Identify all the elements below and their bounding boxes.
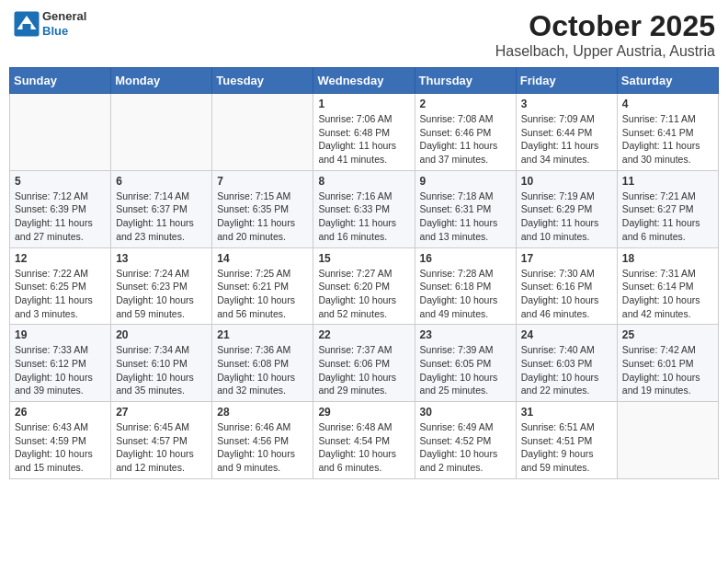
day-number: 20 (116, 328, 207, 341)
day-number: 10 (521, 175, 612, 188)
calendar-cell: 19Sunrise: 7:33 AMSunset: 6:12 PMDayligh… (10, 325, 111, 402)
weekday-header-monday: Monday (111, 68, 212, 94)
cell-content: Sunrise: 7:40 AMSunset: 6:03 PMDaylight:… (521, 343, 612, 397)
calendar-cell: 10Sunrise: 7:19 AMSunset: 6:29 PMDayligh… (516, 170, 617, 247)
cell-content: Sunrise: 7:30 AMSunset: 6:16 PMDaylight:… (521, 267, 612, 321)
calendar-cell: 28Sunrise: 6:46 AMSunset: 4:56 PMDayligh… (212, 402, 313, 479)
calendar-table: SundayMondayTuesdayWednesdayThursdayFrid… (9, 67, 719, 479)
day-number: 22 (318, 328, 409, 341)
calendar-cell (617, 402, 718, 479)
calendar-cell: 14Sunrise: 7:25 AMSunset: 6:21 PMDayligh… (212, 247, 313, 325)
logo: General Blue (13, 9, 86, 38)
day-number: 6 (116, 175, 207, 188)
calendar-cell: 3Sunrise: 7:09 AMSunset: 6:44 PMDaylight… (516, 94, 617, 171)
calendar-week-0: 1Sunrise: 7:06 AMSunset: 6:48 PMDaylight… (10, 94, 719, 171)
title-block: October 2025 Haselbach, Upper Austria, A… (495, 9, 715, 60)
weekday-header-saturday: Saturday (617, 68, 718, 94)
calendar-cell: 23Sunrise: 7:39 AMSunset: 6:05 PMDayligh… (415, 325, 516, 402)
weekday-header-sunday: Sunday (10, 68, 111, 94)
calendar-cell: 27Sunrise: 6:45 AMSunset: 4:57 PMDayligh… (111, 402, 212, 479)
cell-content: Sunrise: 7:42 AMSunset: 6:01 PMDaylight:… (622, 343, 713, 397)
calendar-cell: 22Sunrise: 7:37 AMSunset: 6:06 PMDayligh… (313, 325, 415, 402)
calendar-cell (10, 94, 111, 171)
calendar-cell (111, 94, 212, 171)
calendar-cell: 21Sunrise: 7:36 AMSunset: 6:08 PMDayligh… (212, 325, 313, 402)
cell-content: Sunrise: 7:18 AMSunset: 6:31 PMDaylight:… (420, 190, 511, 244)
cell-content: Sunrise: 7:37 AMSunset: 6:06 PMDaylight:… (318, 343, 409, 397)
weekday-header-tuesday: Tuesday (212, 68, 313, 94)
day-number: 24 (521, 328, 612, 341)
calendar-cell: 13Sunrise: 7:24 AMSunset: 6:23 PMDayligh… (111, 247, 212, 325)
calendar-week-2: 12Sunrise: 7:22 AMSunset: 6:25 PMDayligh… (10, 247, 719, 325)
calendar-cell: 24Sunrise: 7:40 AMSunset: 6:03 PMDayligh… (516, 325, 617, 402)
cell-content: Sunrise: 7:06 AMSunset: 6:48 PMDaylight:… (318, 112, 409, 167)
cell-content: Sunrise: 7:27 AMSunset: 6:20 PMDaylight:… (318, 267, 409, 321)
cell-content: Sunrise: 7:11 AMSunset: 6:41 PMDaylight:… (622, 112, 713, 167)
cell-content: Sunrise: 7:21 AMSunset: 6:27 PMDaylight:… (622, 190, 713, 244)
day-number: 28 (217, 406, 308, 419)
calendar-cell: 2Sunrise: 7:08 AMSunset: 6:46 PMDaylight… (415, 94, 516, 171)
calendar-cell: 15Sunrise: 7:27 AMSunset: 6:20 PMDayligh… (313, 247, 415, 325)
day-number: 5 (15, 175, 106, 188)
cell-content: Sunrise: 6:48 AMSunset: 4:54 PMDaylight:… (318, 420, 409, 475)
weekday-header-friday: Friday (516, 68, 617, 94)
calendar-cell: 30Sunrise: 6:49 AMSunset: 4:52 PMDayligh… (415, 402, 516, 479)
day-number: 15 (318, 252, 409, 265)
day-number: 23 (420, 328, 511, 341)
cell-content: Sunrise: 7:34 AMSunset: 6:10 PMDaylight:… (116, 343, 207, 397)
weekday-header-wednesday: Wednesday (313, 68, 415, 94)
calendar-cell: 1Sunrise: 7:06 AMSunset: 6:48 PMDaylight… (313, 94, 415, 171)
calendar-cell: 9Sunrise: 7:18 AMSunset: 6:31 PMDaylight… (415, 170, 516, 247)
day-number: 30 (420, 406, 511, 419)
day-number: 11 (622, 175, 713, 188)
calendar-week-1: 5Sunrise: 7:12 AMSunset: 6:39 PMDaylight… (10, 170, 719, 247)
day-number: 29 (318, 406, 409, 419)
calendar-cell: 6Sunrise: 7:14 AMSunset: 6:37 PMDaylight… (111, 170, 212, 247)
day-number: 13 (116, 252, 207, 265)
cell-content: Sunrise: 6:43 AMSunset: 4:59 PMDaylight:… (15, 420, 106, 475)
cell-content: Sunrise: 7:12 AMSunset: 6:39 PMDaylight:… (15, 190, 106, 244)
cell-content: Sunrise: 6:45 AMSunset: 4:57 PMDaylight:… (116, 420, 207, 475)
day-number: 1 (318, 98, 409, 110)
day-number: 3 (521, 98, 612, 110)
calendar-cell: 29Sunrise: 6:48 AMSunset: 4:54 PMDayligh… (313, 402, 415, 479)
day-number: 17 (521, 252, 612, 265)
calendar-cell: 7Sunrise: 7:15 AMSunset: 6:35 PMDaylight… (212, 170, 313, 247)
day-number: 9 (420, 175, 511, 188)
cell-content: Sunrise: 7:09 AMSunset: 6:44 PMDaylight:… (521, 112, 612, 167)
cell-content: Sunrise: 7:08 AMSunset: 6:46 PMDaylight:… (420, 112, 511, 167)
day-number: 25 (622, 328, 713, 341)
cell-content: Sunrise: 6:46 AMSunset: 4:56 PMDaylight:… (217, 420, 308, 475)
cell-content: Sunrise: 7:39 AMSunset: 6:05 PMDaylight:… (420, 343, 511, 397)
calendar-cell: 18Sunrise: 7:31 AMSunset: 6:14 PMDayligh… (617, 247, 718, 325)
day-number: 18 (622, 252, 713, 265)
cell-content: Sunrise: 6:49 AMSunset: 4:52 PMDaylight:… (420, 420, 511, 475)
cell-content: Sunrise: 7:22 AMSunset: 6:25 PMDaylight:… (15, 267, 106, 321)
cell-content: Sunrise: 7:19 AMSunset: 6:29 PMDaylight:… (521, 190, 612, 244)
calendar-cell: 11Sunrise: 7:21 AMSunset: 6:27 PMDayligh… (617, 170, 718, 247)
cell-content: Sunrise: 7:33 AMSunset: 6:12 PMDaylight:… (15, 343, 106, 397)
calendar-cell: 16Sunrise: 7:28 AMSunset: 6:18 PMDayligh… (415, 247, 516, 325)
calendar-week-4: 26Sunrise: 6:43 AMSunset: 4:59 PMDayligh… (10, 402, 719, 479)
weekday-header-thursday: Thursday (415, 68, 516, 94)
day-number: 8 (318, 175, 409, 188)
day-number: 2 (420, 98, 511, 110)
logo-text: General Blue (42, 9, 86, 38)
calendar-cell: 20Sunrise: 7:34 AMSunset: 6:10 PMDayligh… (111, 325, 212, 402)
calendar-cell: 8Sunrise: 7:16 AMSunset: 6:33 PMDaylight… (313, 170, 415, 247)
calendar-cell: 4Sunrise: 7:11 AMSunset: 6:41 PMDaylight… (617, 94, 718, 171)
logo-icon (13, 10, 40, 38)
cell-content: Sunrise: 7:16 AMSunset: 6:33 PMDaylight:… (318, 190, 409, 244)
day-number: 14 (217, 252, 308, 265)
cell-content: Sunrise: 7:31 AMSunset: 6:14 PMDaylight:… (622, 267, 713, 321)
day-number: 7 (217, 175, 308, 188)
day-number: 27 (116, 406, 207, 419)
cell-content: Sunrise: 7:28 AMSunset: 6:18 PMDaylight:… (420, 267, 511, 321)
cell-content: Sunrise: 7:24 AMSunset: 6:23 PMDaylight:… (116, 267, 207, 321)
calendar-cell (212, 94, 313, 171)
calendar-cell: 25Sunrise: 7:42 AMSunset: 6:01 PMDayligh… (617, 325, 718, 402)
day-number: 16 (420, 252, 511, 265)
cell-content: Sunrise: 7:25 AMSunset: 6:21 PMDaylight:… (217, 267, 308, 321)
weekday-header-row: SundayMondayTuesdayWednesdayThursdayFrid… (10, 68, 719, 94)
calendar-cell: 17Sunrise: 7:30 AMSunset: 6:16 PMDayligh… (516, 247, 617, 325)
